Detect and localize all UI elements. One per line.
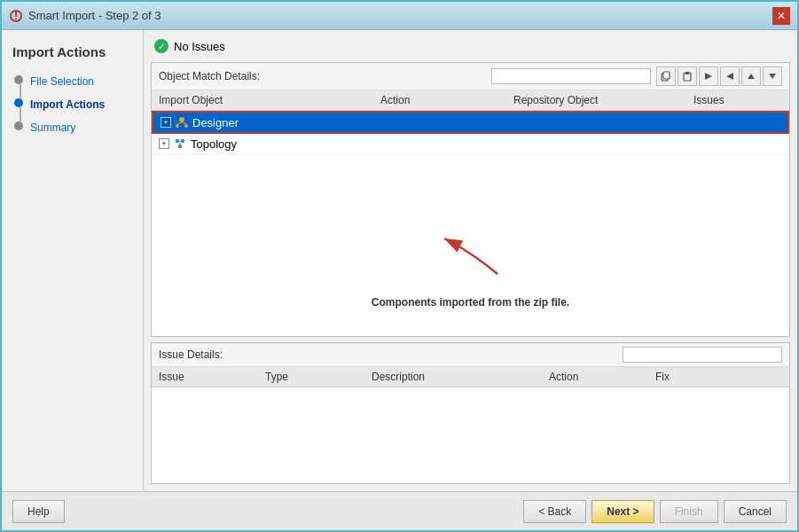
lower-header: Issue Details: — [152, 343, 789, 367]
sidebar-item-summary[interactable]: Summary — [30, 121, 75, 134]
designer-icon — [175, 115, 189, 129]
col-import-object: Import Object — [159, 94, 380, 106]
close-button[interactable]: ✕ — [772, 7, 790, 25]
toolbar-copy-btn[interactable] — [656, 66, 676, 86]
svg-marker-9 — [748, 74, 755, 79]
paste-icon — [682, 71, 693, 82]
table-header: Import Object Action Repository Object I… — [152, 90, 789, 111]
svg-point-11 — [179, 117, 184, 122]
row-label-designer: Designer — [192, 116, 239, 129]
step-dot-file-selection — [14, 75, 23, 84]
toolbar-forward-btn[interactable] — [699, 66, 718, 86]
svg-line-14 — [177, 122, 182, 124]
toolbar-icons — [656, 66, 782, 86]
nav-dots-col — [12, 75, 25, 98]
step-line-2 — [20, 107, 21, 121]
table-body: + Designer — [152, 111, 789, 223]
sidebar-item-file-selection[interactable]: File Selection — [30, 75, 94, 88]
back-icon — [725, 71, 735, 82]
cancel-button[interactable]: Cancel — [724, 500, 787, 523]
lower-search-input[interactable] — [623, 347, 782, 363]
help-button[interactable]: Help — [12, 500, 65, 523]
next-button[interactable]: Next > — [591, 500, 654, 523]
issues-table-header: Issue Type Description Action Fix — [152, 367, 789, 387]
row-label-topology: Topology — [191, 137, 237, 151]
footer-right: < Back Next > Finish Cancel — [523, 500, 787, 523]
nav-dots-col-2 — [12, 98, 25, 121]
svg-rect-4 — [663, 72, 670, 79]
finish-button[interactable]: Finish — [660, 500, 718, 523]
step-line-1 — [20, 84, 21, 98]
toolbar-down-btn[interactable] — [763, 66, 782, 86]
nav-row-summary: Summary — [12, 121, 132, 134]
annotation-area: Components imported from the zip file. — [152, 223, 789, 336]
back-button[interactable]: < Back — [523, 500, 586, 523]
upper-header-right — [491, 66, 782, 86]
upper-section: Object Match Details: — [151, 62, 790, 337]
app-icon — [9, 9, 23, 23]
title-bar: Smart Import - Step 2 of 3 ✕ — [2, 2, 797, 30]
svg-rect-17 — [181, 139, 184, 143]
step-dot-summary — [14, 121, 23, 130]
svg-marker-8 — [726, 73, 733, 80]
upper-section-header: Object Match Details: — [152, 63, 789, 90]
sidebar-heading: Import Actions — [12, 44, 132, 59]
expand-btn-designer[interactable]: + — [161, 117, 171, 128]
step-dot-import-actions — [14, 98, 23, 107]
status-icon-green: ✓ — [154, 39, 168, 53]
footer: Help < Back Next > Finish Cancel — [2, 491, 797, 530]
issues-table-body — [152, 387, 789, 483]
footer-left: Help — [12, 500, 65, 523]
sidebar: Import Actions File Selection Im — [2, 30, 144, 491]
toolbar-back-btn[interactable] — [720, 66, 740, 86]
svg-rect-18 — [178, 145, 182, 148]
svg-rect-16 — [176, 139, 179, 143]
copy-icon — [661, 71, 671, 82]
col-action-issues: Action — [549, 371, 655, 383]
nav-dots-col-3 — [12, 121, 25, 130]
expand-btn-topology[interactable]: + — [159, 138, 169, 149]
status-bar: ✓ No Issues — [151, 37, 790, 55]
main-content: Import Actions File Selection Im — [2, 30, 797, 491]
col-type: Type — [265, 371, 372, 383]
upper-section-title: Object Match Details: — [159, 70, 260, 82]
svg-point-2 — [15, 18, 17, 20]
col-description: Description — [372, 371, 549, 383]
down-icon — [767, 71, 778, 82]
sidebar-nav: File Selection Import Actions Summary — [12, 75, 132, 134]
lower-section: Issue Details: Issue Type Description Ac… — [151, 342, 790, 484]
annotation-arrow — [427, 234, 515, 278]
svg-marker-10 — [769, 74, 776, 79]
table-row[interactable]: + Designer — [152, 111, 789, 134]
svg-point-13 — [184, 124, 188, 128]
svg-point-12 — [176, 124, 179, 128]
annotation-text: Components imported from the zip file. — [354, 278, 587, 326]
col-issue: Issue — [159, 371, 265, 383]
title-bar-left: Smart Import - Step 2 of 3 — [9, 9, 161, 23]
col-fix: Fix — [655, 371, 782, 383]
row-cell-name: + Designer — [161, 115, 382, 129]
upper-search-input[interactable] — [491, 68, 651, 84]
row-cell-name: + Topology — [159, 137, 380, 151]
table-row[interactable]: + Topology — [152, 134, 789, 154]
topology-icon — [173, 137, 187, 151]
sidebar-item-import-actions[interactable]: Import Actions — [30, 98, 105, 111]
status-text: No Issues — [174, 40, 225, 53]
lower-section-title: Issue Details: — [159, 348, 223, 361]
nav-row-import-actions: Import Actions — [12, 98, 132, 121]
toolbar-paste-btn[interactable] — [678, 66, 697, 86]
svg-line-15 — [182, 122, 186, 124]
forward-icon — [703, 71, 714, 82]
nav-row-file-selection: File Selection — [12, 75, 132, 98]
main-window: Smart Import - Step 2 of 3 ✕ Import Acti… — [0, 0, 799, 532]
window-title: Smart Import - Step 2 of 3 — [28, 9, 161, 22]
svg-rect-6 — [685, 72, 689, 74]
content-panel: ✓ No Issues Object Match Details: — [144, 30, 797, 491]
col-issues: Issues — [693, 94, 782, 106]
col-action: Action — [380, 94, 513, 106]
up-icon — [746, 71, 756, 82]
toolbar-up-btn[interactable] — [741, 66, 761, 86]
col-repository-object: Repository Object — [513, 94, 693, 106]
svg-marker-7 — [705, 73, 712, 80]
